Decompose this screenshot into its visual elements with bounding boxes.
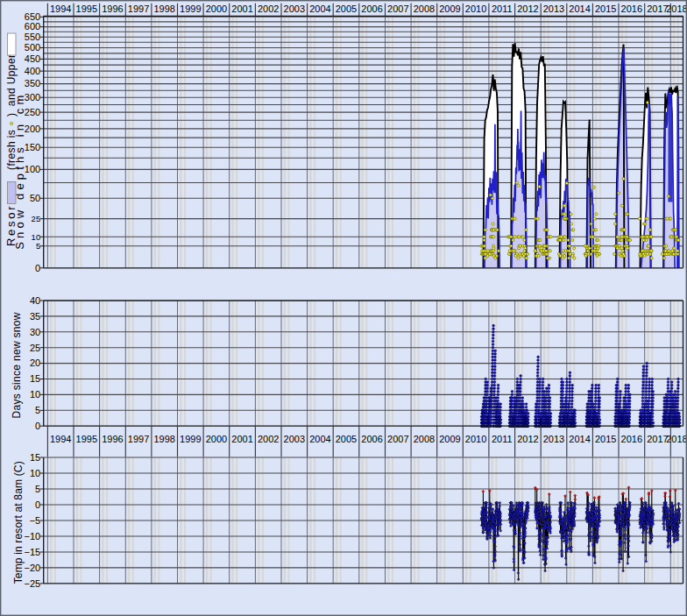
svg-text:−15: −15 [25,547,41,557]
svg-text:2015: 2015 [595,434,616,444]
svg-text:2012: 2012 [517,4,538,14]
svg-text:2009: 2009 [439,434,460,444]
svg-text:2003: 2003 [284,434,305,444]
svg-text:350: 350 [25,78,40,89]
svg-text:2010: 2010 [465,434,486,444]
svg-text:30: 30 [30,327,40,337]
svg-text:100: 100 [25,164,40,174]
svg-text:0: 0 [35,263,40,273]
svg-text:25: 25 [30,343,40,353]
svg-text:2010: 2010 [465,4,486,14]
svg-text:650: 650 [25,11,40,22]
svg-text:2017: 2017 [647,434,668,444]
svg-text:10: 10 [30,468,40,478]
svg-text:2000: 2000 [206,4,227,14]
svg-text:20: 20 [30,358,40,368]
svg-text:15: 15 [30,452,40,463]
svg-text:2014: 2014 [569,434,590,444]
svg-text:450: 450 [25,53,40,64]
svg-text:Temp in resort at 8am (C): Temp in resort at 8am (C) [12,461,25,584]
svg-text:2007: 2007 [387,434,408,444]
svg-text:150: 150 [25,142,40,152]
svg-text:2013: 2013 [543,4,564,14]
svg-text:−25: −25 [25,578,41,589]
svg-text:500: 500 [25,42,40,53]
svg-text:2014: 2014 [569,4,590,14]
svg-text:1995: 1995 [76,434,97,444]
svg-text:2007: 2007 [387,4,408,14]
svg-text:1999: 1999 [180,434,201,444]
svg-text:600: 600 [25,21,40,32]
svg-text:200: 200 [25,124,40,134]
svg-text:2002: 2002 [258,4,279,14]
svg-text:25: 25 [32,214,41,223]
svg-text:2009: 2009 [439,4,460,14]
svg-text:2005: 2005 [336,434,357,444]
svg-text:−10: −10 [25,531,41,542]
svg-text:2000: 2000 [206,434,227,444]
svg-text:−20: −20 [25,563,41,573]
svg-text:10: 10 [32,232,41,242]
svg-text:2003: 2003 [284,4,305,14]
svg-text:2018: 2018 [666,434,687,444]
svg-text:400: 400 [25,66,40,76]
svg-text:40: 40 [30,295,40,306]
svg-text:1999: 1999 [180,4,201,14]
svg-text:10: 10 [30,389,40,400]
svg-text:1996: 1996 [102,4,123,14]
svg-text:2002: 2002 [258,434,279,444]
svg-text:0: 0 [35,499,40,510]
svg-text:2015: 2015 [595,4,616,14]
svg-text:2013: 2013 [543,434,564,444]
svg-text:2012: 2012 [517,434,538,444]
svg-text:1998: 1998 [153,4,174,14]
svg-text:50: 50 [30,193,40,203]
svg-text:2004: 2004 [309,434,330,444]
svg-text:1997: 1997 [128,434,149,444]
svg-text:2006: 2006 [361,4,382,14]
svg-text:0: 0 [35,421,40,431]
svg-text:5: 5 [35,405,40,415]
svg-text:2005: 2005 [336,4,357,14]
svg-text:550: 550 [25,32,40,42]
svg-text:250: 250 [25,107,40,117]
svg-text:−5: −5 [30,515,41,526]
svg-text:2001: 2001 [231,4,252,14]
svg-text:1998: 1998 [153,434,174,444]
svg-text:1994: 1994 [50,434,71,444]
svg-text:5: 5 [35,484,40,494]
svg-text:15: 15 [30,373,40,384]
svg-text:2006: 2006 [361,434,382,444]
svg-text:1994: 1994 [50,4,71,14]
svg-text:300: 300 [25,92,40,103]
svg-text:2011: 2011 [492,4,513,14]
svg-text:2001: 2001 [231,434,252,444]
svg-text:2011: 2011 [492,434,513,444]
svg-text:1995: 1995 [76,4,97,14]
svg-text:5: 5 [36,241,40,251]
svg-text:1996: 1996 [102,434,123,444]
svg-text:2008: 2008 [414,434,435,444]
svg-text:2004: 2004 [309,4,330,14]
svg-text:2016: 2016 [621,4,642,14]
svg-text:2017: 2017 [647,4,668,14]
svg-text:2008: 2008 [414,4,435,14]
svg-text:Days since new snow: Days since new snow [11,312,23,418]
svg-text:2018: 2018 [666,4,687,14]
svg-text:1997: 1997 [128,4,149,14]
svg-text:2016: 2016 [621,434,642,444]
svg-text:35: 35 [30,311,40,322]
